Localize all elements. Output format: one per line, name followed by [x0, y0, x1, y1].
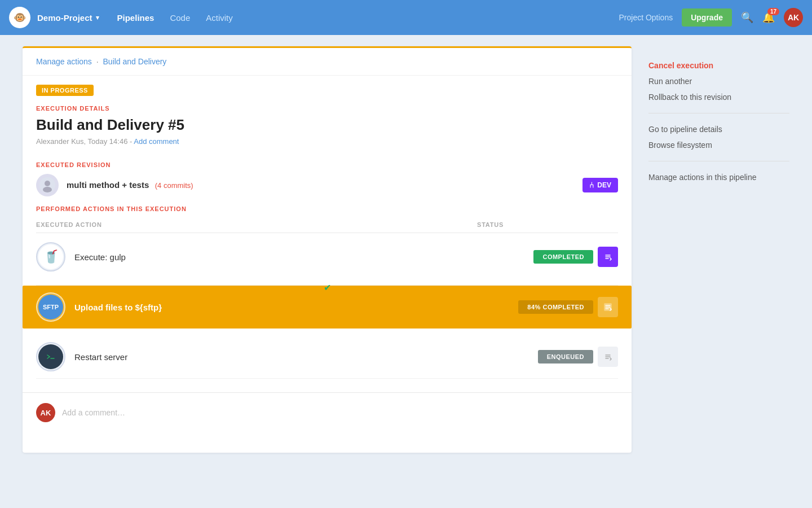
action-status-area: COMPLETED [533, 247, 618, 267]
execution-author: Alexander Kus [36, 137, 84, 146]
breadcrumb-manage-actions[interactable]: Manage actions [36, 57, 92, 66]
terminal-icon [38, 344, 63, 369]
svg-point-1 [45, 181, 50, 186]
sidebar-divider-1 [648, 113, 789, 113]
view-log-button-gulp[interactable] [598, 247, 618, 267]
main-layout: Manage actions · Build and Delivery IN P… [0, 35, 812, 464]
table-row: Restart server ENQUEUED [36, 329, 618, 379]
notifications-wrapper[interactable]: 🔔 17 [762, 11, 775, 24]
go-to-pipeline-link[interactable]: Go to pipeline details [648, 121, 789, 137]
search-icon[interactable]: 🔍 [741, 11, 753, 24]
col-action-header: EXECUTED ACTION [36, 221, 477, 228]
add-comment-link[interactable]: Add comment [134, 137, 179, 146]
actions-section-label: PERFORMED ACTIONS IN THIS EXECUTION [36, 205, 618, 212]
nav-code[interactable]: Code [170, 11, 190, 25]
project-name[interactable]: Demo-Project ▾ [37, 13, 99, 23]
breadcrumb: Manage actions · Build and Delivery [23, 48, 632, 76]
sidebar: Cancel execution Run another Rollback to… [632, 46, 789, 453]
logo[interactable]: 🐵 [9, 7, 30, 28]
col-status-header: STATUS [477, 221, 590, 228]
browse-filesystem-link[interactable]: Browse filesystem [648, 137, 789, 153]
action-icon-gulp: 🥤 [36, 242, 65, 271]
table-row: 🥤 Execute: gulp COMPLETED ✔ [36, 235, 618, 286]
sftp-icon: SFTP [38, 295, 63, 319]
run-another-link[interactable]: Run another [648, 73, 789, 89]
branch-badge: ⑃ DEV [582, 178, 618, 192]
revision-info: multi method + tests (4 commits) [67, 180, 575, 190]
execution-title: Build and Delivery #5 [36, 116, 618, 134]
action-icon-sftp: SFTP [36, 292, 65, 322]
revision-commit-message: multi method + tests [67, 180, 149, 190]
checkmark-icon: ✔ [324, 282, 331, 293]
action-name-restart: Restart server [74, 352, 529, 362]
execution-details: EXECUTION DETAILS Build and Delivery #5 … [23, 96, 632, 155]
status-enqueued-badge: ENQUEUED [538, 350, 593, 364]
execution-meta: Alexander Kus, Today 14:46 - Add comment [36, 137, 618, 146]
upgrade-button[interactable]: Upgrade [682, 8, 732, 27]
action-status-area-sftp: 84% COMPLETED [518, 297, 618, 317]
user-avatar[interactable]: AK [784, 8, 803, 27]
revision-section: EXECUTED REVISION multi method + tests (… [23, 155, 632, 205]
execution-section-label: EXECUTION DETAILS [36, 105, 618, 112]
nav-pipelines[interactable]: Pipelines [117, 11, 155, 25]
header: 🐵 Demo-Project ▾ Pipelines Code Activity… [0, 0, 812, 35]
revision-avatar [36, 174, 59, 196]
svg-rect-5 [45, 352, 56, 361]
revision-row: multi method + tests (4 commits) ⑃ DEV [36, 174, 618, 196]
revision-section-label: EXECUTED REVISION [36, 161, 618, 168]
status-completed-badge: COMPLETED [533, 250, 593, 264]
nav-activity[interactable]: Activity [206, 11, 233, 25]
action-icon-terminal [36, 342, 65, 371]
sidebar-divider-2 [648, 161, 789, 161]
revision-commits[interactable]: (4 commits) [155, 181, 193, 190]
project-chevron-icon: ▾ [96, 14, 99, 21]
actions-table-header: EXECUTED ACTION STATUS [36, 217, 618, 233]
rollback-link[interactable]: Rollback to this revision [648, 89, 789, 105]
comment-section: AK Add a comment… [23, 392, 632, 432]
gulp-icon: 🥤 [38, 244, 63, 269]
execution-timestamp: Today 14:46 [88, 137, 128, 146]
status-progress-badge: 84% COMPLETED [518, 300, 593, 314]
action-name-gulp: Execute: gulp [74, 252, 524, 262]
view-log-button-sftp[interactable] [598, 297, 618, 317]
main-nav: Pipelines Code Activity [117, 11, 233, 25]
notification-badge: 17 [767, 8, 779, 15]
breadcrumb-separator: · [96, 57, 99, 66]
status-badge: IN PROGRESS [36, 85, 94, 96]
content-area: Manage actions · Build and Delivery IN P… [23, 46, 632, 453]
comment-placeholder[interactable]: Add a comment… [62, 408, 125, 417]
view-log-button-restart[interactable] [598, 347, 618, 367]
project-options-link[interactable]: Project Options [619, 13, 673, 22]
cancel-execution-link[interactable]: Cancel execution [648, 58, 789, 73]
svg-point-2 [43, 187, 52, 192]
commenter-avatar: AK [36, 403, 55, 422]
branch-icon: ⑃ [589, 181, 594, 190]
breadcrumb-pipeline-name[interactable]: Build and Delivery [103, 57, 167, 66]
status-section: IN PROGRESS [23, 76, 632, 96]
actions-section: PERFORMED ACTIONS IN THIS EXECUTION EXEC… [23, 205, 632, 392]
header-right: Project Options Upgrade 🔍 🔔 17 AK [619, 8, 803, 27]
manage-actions-link[interactable]: Manage actions in this pipeline [648, 169, 789, 185]
action-name-sftp: Upload files to ${sftp} [74, 303, 509, 312]
action-status-area-restart: ENQUEUED [538, 347, 618, 367]
